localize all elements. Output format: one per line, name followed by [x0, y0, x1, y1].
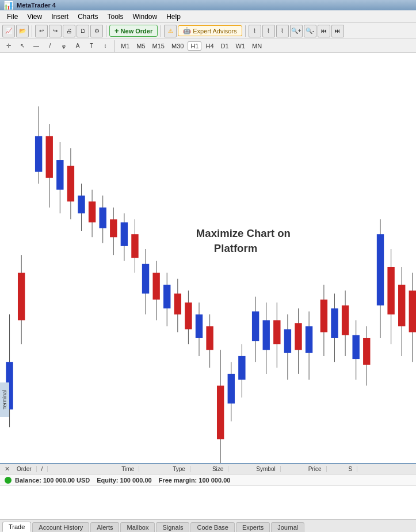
- hline-tool[interactable]: —: [30, 40, 43, 52]
- tf-w1[interactable]: W1: [233, 41, 249, 51]
- svg-rect-46: [252, 311, 259, 341]
- col-time: Time: [117, 466, 139, 472]
- sep3: [161, 25, 161, 37]
- main-container: 📊 MetaTrader 4 File View Insert Charts T…: [0, 0, 416, 532]
- col-price: Price: [304, 466, 327, 472]
- tf-h4[interactable]: H4: [203, 41, 216, 51]
- tf-mn[interactable]: MN: [249, 41, 265, 51]
- tab-journal[interactable]: Journal: [271, 522, 304, 532]
- tf-m15[interactable]: M15: [150, 41, 167, 51]
- svg-rect-54: [295, 323, 301, 350]
- crosshair-tool[interactable]: ✛: [2, 40, 15, 52]
- expert-advisors-label: Expert Advisors: [193, 28, 236, 35]
- svg-rect-66: [363, 338, 370, 365]
- arrow-tool[interactable]: ↕: [99, 40, 112, 52]
- zoom-bar1[interactable]: ⌇: [249, 25, 261, 37]
- col-symbol: Symbol: [251, 466, 280, 472]
- chart-wrapper[interactable]: Maximize Chart on Platform: [0, 53, 416, 463]
- redo-btn[interactable]: ↪: [49, 25, 62, 37]
- print-btn[interactable]: 🖨: [63, 25, 75, 37]
- tab-mailbox[interactable]: Mailbox: [120, 522, 155, 532]
- terminal-tabs: Trade Account History Alerts Mailbox Sig…: [0, 519, 416, 532]
- chart-scroll-left[interactable]: ⏮: [318, 25, 330, 37]
- open-btn[interactable]: 📂: [16, 25, 29, 37]
- svg-rect-12: [89, 201, 96, 222]
- chart-and-terminal: Maximize Chart on Platform ✕ Order / Tim…: [0, 53, 416, 532]
- zoom-bar3[interactable]: ⌇: [276, 25, 289, 37]
- menu-insert[interactable]: Insert: [47, 12, 73, 22]
- cursor-tool[interactable]: ↖: [16, 40, 29, 52]
- new-order-btn[interactable]: + New Order: [109, 25, 158, 37]
- svg-rect-30: [163, 285, 170, 308]
- sep1: [32, 25, 32, 37]
- svg-rect-32: [174, 293, 181, 314]
- svg-rect-70: [387, 267, 394, 315]
- svg-rect-50: [273, 320, 280, 344]
- menu-file[interactable]: File: [2, 12, 22, 22]
- tf-h1[interactable]: H1: [188, 41, 201, 51]
- sep-tf: [115, 40, 115, 52]
- menu-charts[interactable]: Charts: [73, 12, 102, 22]
- svg-rect-44: [238, 356, 245, 380]
- svg-rect-62: [342, 305, 349, 335]
- alert-btn[interactable]: ⚠: [164, 25, 177, 37]
- tf-d1[interactable]: D1: [218, 41, 232, 51]
- menu-window[interactable]: Window: [128, 12, 162, 22]
- balance-bar: Balance: 100 000.00 USD Equity: 100 000.…: [0, 474, 416, 486]
- svg-rect-52: [284, 329, 291, 353]
- expert-advisors-btn[interactable]: 🤖 Expert Advisors: [178, 25, 242, 36]
- chart-scroll-right[interactable]: ⏭: [331, 25, 344, 37]
- zoom-out-btn[interactable]: 🔍-: [304, 25, 316, 37]
- title-bar-text: MetaTrader 4: [17, 2, 56, 9]
- svg-rect-48: [263, 320, 270, 350]
- tab-account-history[interactable]: Account History: [32, 522, 89, 532]
- label-tool[interactable]: T: [85, 40, 98, 52]
- title-bar: 📊 MetaTrader 4: [0, 0, 416, 10]
- tab-code-base[interactable]: Code Base: [190, 522, 234, 532]
- svg-rect-26: [142, 264, 149, 294]
- menu-view[interactable]: View: [22, 12, 47, 22]
- svg-rect-64: [352, 335, 359, 359]
- tab-trade[interactable]: Trade: [2, 522, 31, 532]
- text-tool[interactable]: A: [71, 40, 84, 52]
- svg-rect-2: [35, 136, 42, 172]
- terminal-side-label-text: Terminal: [2, 390, 7, 409]
- menu-bar: File View Insert Charts Tools Window Hel…: [0, 10, 416, 23]
- svg-rect-68: [377, 234, 384, 305]
- tab-signals[interactable]: Signals: [156, 522, 189, 532]
- terminal-header: ✕ Order / Time Type Size Symbol Price S: [0, 464, 416, 474]
- properties-btn[interactable]: ⚙: [90, 25, 103, 37]
- svg-rect-36: [196, 315, 203, 338]
- svg-rect-20: [131, 234, 138, 258]
- tf-m5[interactable]: M5: [133, 41, 148, 51]
- menu-help[interactable]: Help: [162, 12, 185, 22]
- equity-text: Equity: 100 000.00: [97, 477, 151, 484]
- toolbar2: ✛ ↖ — / φ A T ↕ M1 M5 M15 M30 H1 H4 D1 W…: [0, 39, 416, 53]
- svg-rect-16: [110, 219, 117, 237]
- undo-btn[interactable]: ↩: [35, 25, 48, 37]
- sep2: [106, 25, 106, 37]
- fib-tool[interactable]: φ: [58, 40, 70, 52]
- svg-rect-42: [228, 374, 235, 404]
- tline-tool[interactable]: /: [44, 40, 56, 52]
- tab-experts[interactable]: Experts: [236, 522, 270, 532]
- new-order-label: New Order: [121, 28, 153, 35]
- zoom-in-btn[interactable]: 🔍+: [290, 25, 303, 37]
- svg-rect-6: [56, 160, 63, 190]
- print-preview-btn[interactable]: 🗋: [77, 25, 89, 37]
- menu-tools[interactable]: Tools: [103, 12, 128, 22]
- terminal-content: [0, 486, 416, 519]
- svg-rect-0: [0, 89, 416, 427]
- candlestick-chart: Maximize Chart on Platform: [0, 53, 416, 463]
- tf-m30[interactable]: M30: [169, 41, 186, 51]
- new-chart-btn[interactable]: 📈: [2, 25, 15, 37]
- tab-alerts[interactable]: Alerts: [90, 522, 119, 532]
- col-size: Size: [208, 466, 228, 472]
- col-s: S: [344, 466, 358, 472]
- terminal-side-label[interactable]: Terminal: [0, 382, 9, 417]
- terminal-close-btn[interactable]: ✕: [2, 465, 12, 473]
- svg-rect-14: [99, 208, 106, 228]
- svg-rect-56: [306, 326, 312, 353]
- zoom-bar2[interactable]: ⌇: [262, 25, 275, 37]
- tf-m1[interactable]: M1: [118, 41, 132, 51]
